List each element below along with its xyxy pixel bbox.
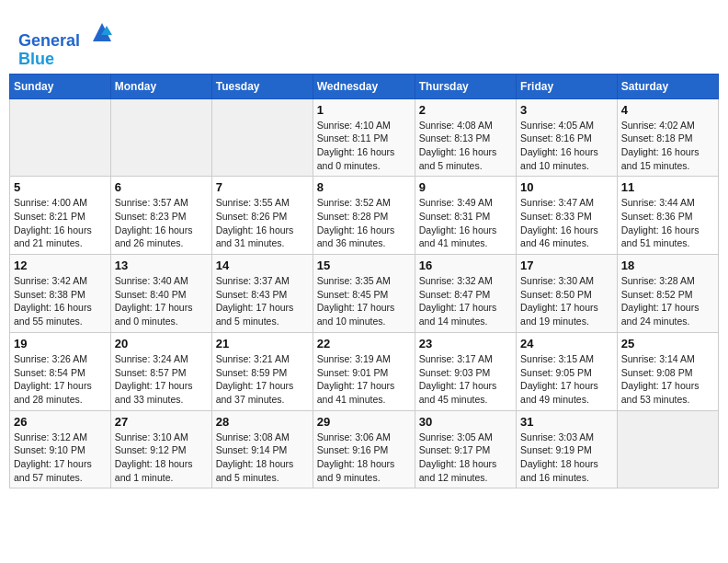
day-info: Sunrise: 3:19 AMSunset: 9:01 PMDaylight:… [317, 352, 411, 407]
day-number: 15 [317, 259, 411, 272]
calendar-cell: 17Sunrise: 3:30 AMSunset: 8:50 PMDayligh… [517, 255, 618, 333]
day-header-friday: Friday [517, 74, 618, 98]
day-info: Sunrise: 3:10 AMSunset: 9:12 PMDaylight:… [115, 431, 208, 485]
calendar-cell: 8Sunrise: 3:52 AMSunset: 8:28 PMDaylight… [313, 177, 415, 255]
calendar-cell: 20Sunrise: 3:24 AMSunset: 8:57 PMDayligh… [110, 332, 211, 410]
day-number: 22 [317, 337, 411, 350]
day-info: Sunrise: 3:12 AMSunset: 9:10 PMDaylight:… [14, 431, 107, 485]
day-info: Sunrise: 3:21 AMSunset: 8:59 PMDaylight:… [216, 352, 309, 407]
day-info: Sunrise: 4:08 AMSunset: 8:13 PMDaylight:… [419, 119, 512, 173]
day-info: Sunrise: 3:30 AMSunset: 8:50 PMDaylight:… [520, 274, 613, 328]
day-info: Sunrise: 4:05 AMSunset: 8:16 PMDaylight:… [520, 119, 613, 173]
calendar-cell [10, 98, 111, 177]
day-number: 8 [317, 180, 411, 194]
day-info: Sunrise: 3:37 AMSunset: 8:43 PMDaylight:… [216, 274, 309, 328]
calendar-cell: 31Sunrise: 3:03 AMSunset: 9:19 PMDayligh… [517, 410, 618, 488]
day-number: 9 [419, 180, 512, 194]
day-info: Sunrise: 3:06 AMSunset: 9:16 PMDaylight:… [317, 431, 411, 485]
day-header-tuesday: Tuesday [211, 74, 313, 98]
calendar-cell [211, 98, 313, 177]
day-header-saturday: Saturday [617, 74, 718, 98]
week-row-5: 26Sunrise: 3:12 AMSunset: 9:10 PMDayligh… [10, 410, 719, 488]
calendar-cell: 15Sunrise: 3:35 AMSunset: 8:45 PMDayligh… [313, 255, 415, 333]
day-info: Sunrise: 3:17 AMSunset: 9:03 PMDaylight:… [419, 352, 512, 407]
day-number: 3 [520, 103, 613, 117]
day-info: Sunrise: 3:57 AMSunset: 8:23 PMDaylight:… [115, 196, 208, 250]
day-info: Sunrise: 4:02 AMSunset: 8:18 PMDaylight:… [621, 119, 714, 173]
day-header-wednesday: Wednesday [313, 74, 415, 98]
calendar-cell: 5Sunrise: 4:00 AMSunset: 8:21 PMDaylight… [10, 177, 111, 255]
day-number: 11 [621, 180, 714, 194]
calendar-cell: 13Sunrise: 3:40 AMSunset: 8:40 PMDayligh… [110, 255, 211, 333]
day-info: Sunrise: 3:24 AMSunset: 8:57 PMDaylight:… [115, 352, 208, 407]
calendar-cell [617, 410, 718, 488]
day-info: Sunrise: 3:32 AMSunset: 8:47 PMDaylight:… [419, 274, 512, 328]
day-number: 5 [14, 180, 107, 194]
day-number: 28 [216, 415, 309, 429]
day-number: 13 [115, 259, 208, 272]
calendar-cell: 19Sunrise: 3:26 AMSunset: 8:54 PMDayligh… [10, 332, 111, 410]
calendar-cell: 2Sunrise: 4:08 AMSunset: 8:13 PMDaylight… [415, 98, 516, 177]
calendar-cell: 6Sunrise: 3:57 AMSunset: 8:23 PMDaylight… [110, 177, 211, 255]
calendar-cell: 28Sunrise: 3:08 AMSunset: 9:14 PMDayligh… [211, 410, 313, 488]
day-number: 19 [14, 337, 107, 350]
week-row-3: 12Sunrise: 3:42 AMSunset: 8:38 PMDayligh… [10, 255, 719, 333]
calendar-cell: 16Sunrise: 3:32 AMSunset: 8:47 PMDayligh… [415, 255, 516, 333]
day-number: 2 [419, 103, 512, 117]
logo-icon [88, 18, 116, 46]
calendar-body: 1Sunrise: 4:10 AMSunset: 8:11 PMDaylight… [10, 98, 719, 488]
day-info: Sunrise: 3:05 AMSunset: 9:17 PMDaylight:… [419, 431, 512, 485]
calendar-cell: 1Sunrise: 4:10 AMSunset: 8:11 PMDaylight… [313, 98, 415, 177]
calendar-cell: 18Sunrise: 3:28 AMSunset: 8:52 PMDayligh… [617, 255, 718, 333]
day-header-monday: Monday [110, 74, 211, 98]
day-info: Sunrise: 3:44 AMSunset: 8:36 PMDaylight:… [621, 196, 714, 250]
day-number: 10 [520, 180, 613, 194]
calendar-cell: 14Sunrise: 3:37 AMSunset: 8:43 PMDayligh… [211, 255, 313, 333]
calendar-cell: 25Sunrise: 3:14 AMSunset: 9:08 PMDayligh… [617, 332, 718, 410]
calendar-cell: 21Sunrise: 3:21 AMSunset: 8:59 PMDayligh… [211, 332, 313, 410]
calendar-cell: 23Sunrise: 3:17 AMSunset: 9:03 PMDayligh… [415, 332, 516, 410]
calendar-cell [110, 98, 211, 177]
day-number: 1 [317, 103, 411, 117]
calendar-cell: 4Sunrise: 4:02 AMSunset: 8:18 PMDaylight… [617, 98, 718, 177]
logo-general: General [18, 31, 80, 50]
day-number: 6 [115, 180, 208, 194]
day-number: 23 [419, 337, 512, 350]
day-info: Sunrise: 3:28 AMSunset: 8:52 PMDaylight:… [621, 274, 714, 328]
calendar-cell: 22Sunrise: 3:19 AMSunset: 9:01 PMDayligh… [313, 332, 415, 410]
day-info: Sunrise: 3:55 AMSunset: 8:26 PMDaylight:… [216, 196, 309, 250]
calendar-cell: 26Sunrise: 3:12 AMSunset: 9:10 PMDayligh… [10, 410, 111, 488]
day-info: Sunrise: 3:35 AMSunset: 8:45 PMDaylight:… [317, 274, 411, 328]
day-info: Sunrise: 3:49 AMSunset: 8:31 PMDaylight:… [419, 196, 512, 250]
day-info: Sunrise: 3:26 AMSunset: 8:54 PMDaylight:… [14, 352, 107, 407]
week-row-2: 5Sunrise: 4:00 AMSunset: 8:21 PMDaylight… [10, 177, 719, 255]
calendar-cell: 9Sunrise: 3:49 AMSunset: 8:31 PMDaylight… [415, 177, 516, 255]
day-number: 7 [216, 180, 309, 194]
day-number: 26 [14, 415, 107, 429]
day-number: 18 [621, 259, 714, 272]
day-info: Sunrise: 3:03 AMSunset: 9:19 PMDaylight:… [520, 431, 613, 485]
logo-blue: Blue [18, 50, 54, 68]
logo: General Blue [18, 18, 116, 69]
day-number: 4 [621, 103, 714, 117]
calendar-cell: 27Sunrise: 3:10 AMSunset: 9:12 PMDayligh… [110, 410, 211, 488]
calendar-cell: 24Sunrise: 3:15 AMSunset: 9:05 PMDayligh… [517, 332, 618, 410]
day-number: 17 [520, 259, 613, 272]
day-number: 30 [419, 415, 512, 429]
day-number: 25 [621, 337, 714, 350]
page-header: General Blue [9, 9, 719, 74]
day-info: Sunrise: 3:15 AMSunset: 9:05 PMDaylight:… [520, 352, 613, 407]
calendar-cell: 11Sunrise: 3:44 AMSunset: 8:36 PMDayligh… [617, 177, 718, 255]
calendar-cell: 29Sunrise: 3:06 AMSunset: 9:16 PMDayligh… [313, 410, 415, 488]
day-number: 16 [419, 259, 512, 272]
calendar-table: SundayMondayTuesdayWednesdayThursdayFrid… [9, 74, 719, 489]
day-header-sunday: Sunday [10, 74, 111, 98]
day-info: Sunrise: 4:00 AMSunset: 8:21 PMDaylight:… [14, 196, 107, 250]
day-number: 29 [317, 415, 411, 429]
day-header-thursday: Thursday [415, 74, 516, 98]
day-number: 20 [115, 337, 208, 350]
calendar-cell: 30Sunrise: 3:05 AMSunset: 9:17 PMDayligh… [415, 410, 516, 488]
calendar-header-row: SundayMondayTuesdayWednesdayThursdayFrid… [10, 74, 719, 98]
calendar-cell: 7Sunrise: 3:55 AMSunset: 8:26 PMDaylight… [211, 177, 313, 255]
day-number: 24 [520, 337, 613, 350]
